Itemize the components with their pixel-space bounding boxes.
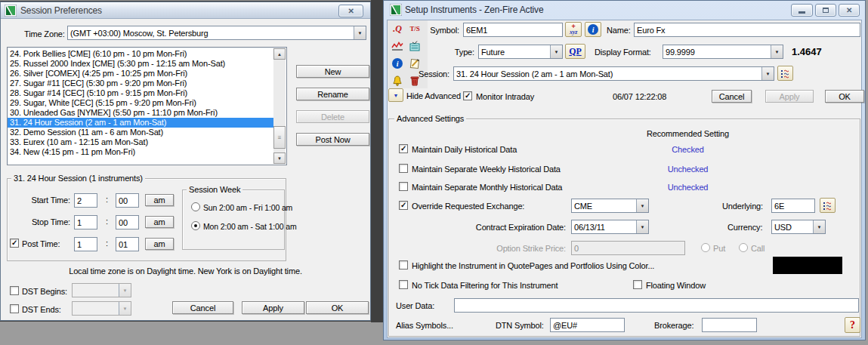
qp-glyph: QP xyxy=(569,46,581,57)
scroll-down-icon[interactable]: ▼ xyxy=(273,152,286,164)
strike-price-field xyxy=(571,241,685,255)
underlying-list-button[interactable] xyxy=(820,198,836,213)
rename-button[interactable]: Rename xyxy=(296,88,369,100)
delete-button[interactable]: Delete xyxy=(296,110,369,123)
maintain-daily-checkbox[interactable]: ✓ xyxy=(399,144,408,153)
currency-select[interactable]: USD ▼ xyxy=(771,220,826,234)
advanced-toggle-button[interactable]: ▼ xyxy=(388,88,403,102)
monitor-intraday-label: Monitor Intraday xyxy=(476,92,534,101)
list-item[interactable]: 27. Sugar #11 [CEC] (5:30 pm - 9:20 pm M… xyxy=(8,79,286,88)
display-format-select[interactable]: 99.9999 ▼ xyxy=(663,45,783,59)
chevron-down-icon[interactable]: ▼ xyxy=(354,26,366,39)
dtn-symbol-label: DTN Symbol: xyxy=(496,321,544,330)
list-item[interactable]: 26. Silver [COMEX] (4:25 pm - 10:25 pm M… xyxy=(8,69,286,79)
floating-window-checkbox[interactable] xyxy=(633,280,642,289)
list-item[interactable]: 32. Demo Session (11 am - 6 am Mon-Sat) xyxy=(8,128,286,137)
list-item[interactable]: 34. New (4:15 pm - 11 pm Mon-Fri) xyxy=(8,147,286,157)
scroll-up-icon[interactable]: ▲ xyxy=(273,48,286,60)
expiration-label: Contract Expiration Date: xyxy=(444,223,566,232)
apply-button[interactable]: Apply xyxy=(765,90,814,103)
chevron-down-icon[interactable]: ▼ xyxy=(636,220,648,233)
info-glyph: i xyxy=(392,58,403,69)
advanced-settings-title: Advanced Settings xyxy=(394,114,466,123)
week-sun-fri-radio[interactable] xyxy=(191,202,200,211)
chevron-down-icon[interactable]: ▼ xyxy=(636,199,648,212)
post-ampm-button[interactable]: am xyxy=(145,238,174,250)
type-select[interactable]: Future ▼ xyxy=(478,45,563,59)
exchange-select[interactable]: CME ▼ xyxy=(571,199,649,213)
chevron-down-icon[interactable]: ▼ xyxy=(813,220,825,233)
list-item[interactable]: 24. Pork Bellies [CME] (6:10 pm - 10 pm … xyxy=(8,49,286,59)
underlying-field[interactable] xyxy=(771,199,815,213)
list-item[interactable]: 25. Russel 2000 Index [CME] (5:30 pm - 1… xyxy=(8,59,286,69)
stop-minute-field[interactable] xyxy=(116,215,139,229)
cancel-button[interactable]: Cancel xyxy=(712,90,752,103)
restore-icon[interactable] xyxy=(815,4,836,17)
post-hour-field[interactable] xyxy=(74,237,97,251)
dst-ends-checkbox[interactable] xyxy=(10,304,19,313)
stop-hour-field[interactable] xyxy=(74,215,97,229)
notes-icon[interactable] xyxy=(408,57,422,70)
monitor-intraday-checkbox[interactable]: ✓ xyxy=(463,91,472,100)
chevron-down-icon[interactable]: ▼ xyxy=(550,45,562,58)
symbol-lookup-xyz-button[interactable]: + xyz xyxy=(565,22,582,37)
scrollbar-thumb[interactable]: ≡ xyxy=(273,126,286,149)
desktop: Session Preferences ✕ Time Zone: (GMT +0… xyxy=(0,0,868,345)
session-list-button[interactable] xyxy=(777,66,793,81)
hide-advanced-label[interactable]: Hide Advanced xyxy=(406,91,461,100)
apply-button[interactable]: Apply xyxy=(242,301,304,314)
post-now-button[interactable]: Post Now xyxy=(296,133,369,146)
list-item[interactable]: 33. Eurex (10 am - 12:15 am Mon-Sat) xyxy=(8,137,286,147)
stop-ampm-button[interactable]: am xyxy=(145,216,174,228)
new-button[interactable]: New xyxy=(296,65,369,78)
session-preferences-titlebar[interactable]: Session Preferences xyxy=(1,2,370,19)
post-time-checkbox[interactable]: ✓ xyxy=(10,239,19,248)
session-list[interactable]: 24. Pork Bellies [CME] (6:10 pm - 10 pm … xyxy=(7,47,287,165)
quote-window-icon[interactable]: .Q xyxy=(391,22,404,35)
expiration-value: 06/13/11 xyxy=(574,223,635,232)
quote-board-icon[interactable] xyxy=(408,39,422,53)
dst-ends-select[interactable]: ▼ xyxy=(72,301,131,316)
symbol-info-button[interactable]: i xyxy=(585,22,601,37)
close-icon[interactable]: ✕ xyxy=(839,4,860,17)
dst-begins-checkbox[interactable] xyxy=(10,286,19,295)
no-tick-filter-checkbox[interactable] xyxy=(399,280,408,289)
chevron-down-icon[interactable]: ▼ xyxy=(771,45,783,58)
brokerage-field[interactable] xyxy=(702,318,757,332)
highlight-color-swatch[interactable] xyxy=(773,257,842,274)
expiration-select[interactable]: 06/13/11 ▼ xyxy=(571,220,649,234)
list-item[interactable]: 30. Unleaded Gas [NYMEX] (5:50 pm - 11:1… xyxy=(8,108,286,118)
name-field[interactable] xyxy=(634,23,860,37)
dst-begins-select[interactable]: ▼ xyxy=(72,283,131,297)
week-mon-sat-radio[interactable] xyxy=(191,221,200,230)
highlight-color-checkbox[interactable] xyxy=(399,260,408,270)
minimize-icon[interactable] xyxy=(791,4,813,17)
info-icon[interactable]: i xyxy=(391,57,404,70)
list-item-selected[interactable]: 31. 24 Hour Session (2 am - 1 am Mon-Sat… xyxy=(8,118,273,128)
maintain-monthly-checkbox[interactable] xyxy=(399,182,408,191)
symbol-field[interactable] xyxy=(463,23,563,37)
session-select[interactable]: 31. 24 Hour Session (2 am - 1 am Mon-Sat… xyxy=(453,66,774,81)
maintain-weekly-checkbox[interactable] xyxy=(399,164,408,173)
cancel-button[interactable]: Cancel xyxy=(172,301,233,314)
alert-bell-icon[interactable] xyxy=(391,74,404,88)
chart-icon[interactable] xyxy=(391,39,404,53)
start-hour-field[interactable] xyxy=(74,193,97,208)
time-zone-select[interactable]: (GMT +03:00) Moscow, St. Petersburg ▼ xyxy=(67,26,366,40)
ok-button[interactable]: OK xyxy=(825,90,864,103)
alias-symbols-link[interactable]: Alias Symbols... xyxy=(396,321,453,330)
close-icon[interactable]: ✕ xyxy=(338,5,363,17)
list-item[interactable]: 28. Sugar #14 [CEC] (5:10 pm - 9:15 pm M… xyxy=(8,88,286,98)
quote-page-button[interactable]: QP xyxy=(565,44,585,59)
override-exchange-checkbox[interactable]: ✓ xyxy=(399,201,408,210)
post-minute-field[interactable] xyxy=(116,237,139,251)
ok-button[interactable]: OK xyxy=(306,301,369,314)
help-button[interactable]: ? xyxy=(845,317,860,333)
start-minute-field[interactable] xyxy=(116,193,139,208)
dtn-symbol-field[interactable] xyxy=(550,318,625,332)
chevron-down-icon[interactable]: ▼ xyxy=(761,67,774,80)
list-item[interactable]: 29. Sugar, White [CEC] (5:15 pm - 9:20 p… xyxy=(8,98,286,108)
scrollbar[interactable]: ▲ ≡ ▼ xyxy=(273,48,286,164)
start-ampm-button[interactable]: am xyxy=(145,194,174,206)
user-data-field[interactable] xyxy=(454,298,859,313)
